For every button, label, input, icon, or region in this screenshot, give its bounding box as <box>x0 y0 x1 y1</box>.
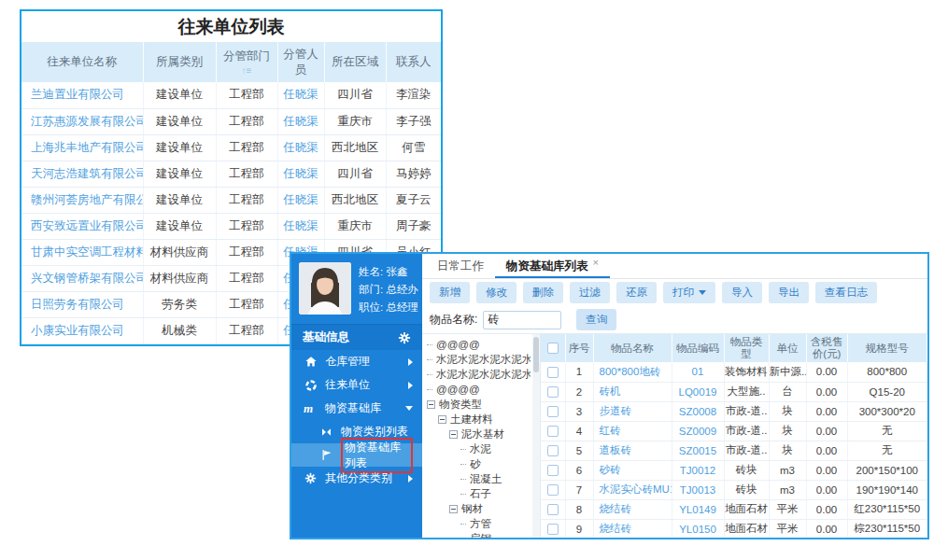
collapse-icon[interactable] <box>449 430 458 439</box>
filter-button[interactable]: 过滤 <box>570 282 610 303</box>
tree-node[interactable]: 扁钢 <box>422 531 531 538</box>
tree-node[interactable]: 方管 <box>422 516 531 531</box>
row-checkbox[interactable] <box>547 524 559 535</box>
table-row[interactable]: 6砂砖TJ0012砖块m30.00200*150*100 <box>541 460 927 480</box>
item-name-link[interactable]: 砖机 <box>593 382 672 401</box>
tree-node[interactable]: 混凝土 <box>422 471 531 486</box>
company-name-link[interactable]: 兴文钢管桥架有限公司 <box>21 265 143 291</box>
edit-button[interactable]: 修改 <box>476 282 517 303</box>
item-name-link[interactable]: 烧结砖 <box>593 499 672 519</box>
tree-node[interactable]: 土建材料 <box>422 412 531 427</box>
row-checkbox[interactable] <box>547 426 559 437</box>
item-name-link[interactable]: 烧结砖 <box>593 519 672 538</box>
table-row[interactable]: 3步道砖SZ0008市政-道..块0.00300*300*20 <box>541 401 927 421</box>
tree-node[interactable]: 物资类型 <box>422 397 531 412</box>
column-header[interactable]: 分管人员 <box>277 42 324 82</box>
tree-node[interactable]: 石子 <box>422 486 531 501</box>
view-log-button[interactable]: 查看日志 <box>815 282 877 303</box>
sidebar-section-basic-info[interactable]: 基础信息 <box>291 325 422 350</box>
tree-node[interactable]: 水泥 <box>422 441 531 456</box>
tree-scrollbar[interactable] <box>532 334 540 538</box>
person-link[interactable]: 任晓渠 <box>277 213 324 239</box>
row-checkbox[interactable] <box>547 504 559 515</box>
column-header[interactable]: 所在区域 <box>324 42 386 82</box>
company-name-link[interactable]: 小康实业有限公司 <box>21 317 143 343</box>
gear-icon[interactable] <box>398 331 411 344</box>
item-name-link[interactable]: 道板砖 <box>593 441 672 460</box>
column-header[interactable]: 所属类别 <box>143 42 216 82</box>
table-row[interactable]: 1800*800地砖01装饰材料新中源..0.00800*800 <box>541 362 927 382</box>
query-button[interactable]: 查询 <box>576 309 616 330</box>
item-name-link[interactable]: 砂砖 <box>593 460 672 480</box>
person-link[interactable]: 任晓渠 <box>277 108 324 134</box>
sidebar-item-materials-base[interactable]: m物资基础库 <box>291 397 422 420</box>
item-code-link[interactable]: YL0149 <box>672 499 724 519</box>
table-row[interactable]: 赣州河荟房地产有限公司建设单位工程部任晓渠西北地区夏子云 <box>21 187 441 213</box>
table-row[interactable]: 2砖机LQ0019大型施..台0.00Q15-20 <box>541 382 927 401</box>
table-row[interactable]: 7水泥实心砖MU10TJ0013砖块m30.00190*190*140 <box>541 480 927 499</box>
row-checkbox[interactable] <box>547 465 559 476</box>
sidebar-item-materials-base-list[interactable]: 物资基础库列表 <box>291 443 422 467</box>
restore-button[interactable]: 还原 <box>616 282 657 303</box>
import-button[interactable]: 导入 <box>722 282 762 303</box>
table-row[interactable]: 5道板砖SZ0015市政-道..块0.00无 <box>541 441 927 460</box>
person-link[interactable]: 任晓渠 <box>277 134 324 161</box>
person-link[interactable]: 任晓渠 <box>277 82 324 108</box>
sidebar-item-contacts[interactable]: 往来单位 <box>291 373 422 397</box>
item-name-link[interactable]: 红砖 <box>593 421 672 441</box>
tree-scrollbar-thumb[interactable] <box>533 337 539 372</box>
table-row[interactable]: 兰迪置业有限公司建设单位工程部任晓渠四川省李渲染 <box>21 82 441 108</box>
tree-node[interactable]: 水泥水泥水泥水泥水泥水泥水泥 <box>422 367 531 382</box>
company-name-link[interactable]: 天河志浩建筑有限公司 <box>21 161 143 187</box>
company-name-link[interactable]: 兰迪置业有限公司 <box>21 82 143 108</box>
company-name-link[interactable]: 上海兆丰地产有限公司 <box>21 134 143 161</box>
row-checkbox[interactable] <box>547 484 559 496</box>
tree-node[interactable]: 水泥水泥水泥水泥水泥水泥水泥 <box>422 352 531 367</box>
company-name-link[interactable]: 赣州河荟房地产有限公司 <box>21 187 143 213</box>
tree-node[interactable]: 砂 <box>422 456 531 471</box>
add-button[interactable]: 新增 <box>430 282 470 303</box>
item-code-link[interactable]: TJ0013 <box>672 480 724 499</box>
tree-node[interactable]: 钢材 <box>422 501 531 516</box>
item-name-link[interactable]: 步道砖 <box>593 401 672 421</box>
column-header[interactable]: 联系人 <box>386 42 441 82</box>
export-button[interactable]: 导出 <box>769 282 809 303</box>
tree-node[interactable]: @@@@ <box>422 337 531 352</box>
column-header[interactable]: 分管部门↑≡ <box>216 42 277 82</box>
company-name-link[interactable]: 甘肃中实空调工程材料... <box>21 239 143 265</box>
item-name-link[interactable]: 水泥实心砖MU10 <box>593 480 672 499</box>
print-button[interactable]: 打印 <box>663 282 715 303</box>
item-code-link[interactable]: LQ0019 <box>672 382 724 401</box>
tab-materials-list[interactable]: 物资基础库列表× <box>495 254 610 278</box>
row-checkbox[interactable] <box>547 406 559 417</box>
company-name-link[interactable]: 西安致远置业有限公司 <box>21 213 143 239</box>
table-row[interactable]: 9烧结砖YL0150地面石材平米0.00棕230*115*50 <box>541 519 927 538</box>
table-row[interactable]: 天河志浩建筑有限公司建设单位工程部任晓渠四川省马婷婷 <box>21 161 441 187</box>
row-checkbox[interactable] <box>547 445 559 456</box>
item-code-link[interactable]: SZ0015 <box>672 441 724 460</box>
item-code-link[interactable]: YL0150 <box>672 519 724 538</box>
tab-daily-work[interactable]: 日常工作 <box>426 254 495 278</box>
table-row[interactable]: 西安致远置业有限公司建设单位工程部任晓渠重庆市周子豪 <box>21 213 441 239</box>
select-all-checkbox[interactable] <box>547 343 559 354</box>
item-code-link[interactable]: 01 <box>672 362 724 382</box>
tree-node[interactable]: @@@@ <box>422 382 531 397</box>
table-row[interactable]: 4红砖SZ0009市政-道..块0.00无 <box>541 421 927 441</box>
collapse-icon[interactable] <box>449 505 458 513</box>
item-code-link[interactable]: TJ0012 <box>672 460 724 480</box>
person-link[interactable]: 任晓渠 <box>277 161 324 187</box>
collapse-icon[interactable] <box>427 400 435 409</box>
close-icon[interactable]: × <box>593 257 599 268</box>
item-code-link[interactable]: SZ0008 <box>672 401 724 421</box>
table-row[interactable]: 上海兆丰地产有限公司建设单位工程部任晓渠西北地区何雪 <box>21 134 441 161</box>
item-code-link[interactable]: SZ0009 <box>672 421 724 441</box>
item-name-link[interactable]: 800*800地砖 <box>593 362 672 382</box>
sidebar-item-warehouse[interactable]: 仓库管理 <box>291 350 422 373</box>
delete-button[interactable]: 删除 <box>523 282 563 303</box>
company-name-link[interactable]: 日照劳务有限公司 <box>21 291 143 317</box>
sort-icon[interactable]: ↑≡ <box>219 66 276 76</box>
column-header[interactable]: 往来单位名称 <box>21 42 143 82</box>
row-checkbox[interactable] <box>547 367 559 378</box>
company-name-link[interactable]: 江苏惠源发展有限公司 <box>21 108 143 134</box>
table-row[interactable]: 江苏惠源发展有限公司建设单位工程部任晓渠重庆市李子强 <box>21 108 441 134</box>
